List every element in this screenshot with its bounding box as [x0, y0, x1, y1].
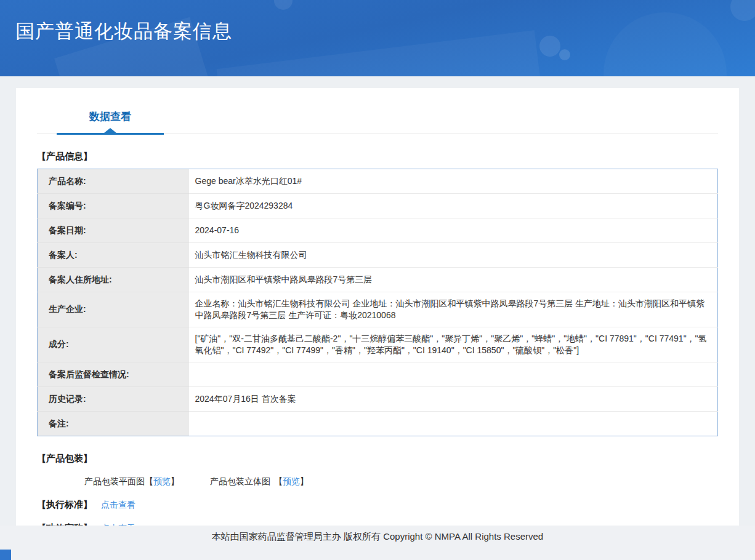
deco-circle-icon — [539, 36, 560, 57]
row-product-name: 产品名称: Gege bear冰萃水光口红01# — [38, 169, 718, 194]
row-value — [189, 412, 718, 436]
tab-strip: 数据查看 — [37, 102, 718, 134]
footer-text: 本站由国家药品监督管理局主办 版权所有 Copyright © NMPA All… — [212, 531, 543, 543]
row-value: Gege bear冰萃水光口红01# — [189, 169, 718, 194]
standards-title: 【执行标准】 — [37, 499, 92, 510]
row-manufacturer: 生产企业: 企业名称：汕头市铭汇生物科技有限公司 企业地址：汕头市潮阳区和平镇紫… — [38, 292, 718, 327]
row-label: 备案编号: — [38, 194, 189, 218]
tab-data-view[interactable]: 数据查看 — [57, 110, 164, 124]
row-value: 粤G妆网备字2024293284 — [189, 194, 718, 218]
deco-polygon — [217, 30, 547, 76]
page-footer: 本站由国家药品监督管理局主办 版权所有 Copyright © NMPA All… — [0, 526, 755, 560]
packaging-flat-label: 产品包装平面图 — [84, 476, 145, 486]
bracket-open: 【 — [145, 476, 153, 486]
bottom-left-blue-square — [0, 550, 11, 560]
product-info-table: 产品名称: Gege bear冰萃水光口红01# 备案编号: 粤G妆网备字202… — [37, 169, 718, 436]
page-title: 国产普通化妆品备案信息 — [15, 18, 232, 44]
row-value: 2024年07月16日 首次备案 — [189, 387, 718, 412]
row-label: 备案人住所地址: — [38, 268, 189, 292]
row-value — [189, 362, 718, 387]
bracket-open: 【 — [274, 476, 283, 486]
deco-circle-icon — [274, 0, 293, 10]
packaging-3d-item: 产品包装立体图【预览】 — [210, 476, 309, 487]
row-filing-number: 备案编号: 粤G妆网备字2024293284 — [38, 194, 718, 218]
tab-active-indicator — [57, 133, 164, 135]
bracket-close: 】 — [171, 476, 179, 486]
row-label: 生产企业: — [38, 292, 189, 327]
row-value: 企业名称：汕头市铭汇生物科技有限公司 企业地址：汕头市潮阳区和平镇紫中路凤皋路段… — [189, 292, 718, 327]
row-value: ["矿油"，"双-二甘油多酰基己二酸酯-2"，"十三烷醇偏苯三酸酯"，"聚异丁烯… — [189, 327, 718, 362]
row-value: 汕头市潮阳区和平镇紫中路凤皋路段7号第三层 — [189, 268, 718, 292]
standards-view-link[interactable]: 点击查看 — [101, 500, 135, 510]
row-label: 备案日期: — [38, 218, 189, 243]
packaging-section-title: 【产品包装】 — [37, 453, 718, 465]
row-filing-date: 备案日期: 2024-07-16 — [38, 218, 718, 243]
preview-link-3d[interactable]: 预览 — [283, 476, 300, 486]
row-label: 产品名称: — [38, 169, 189, 194]
content-card: 数据查看 【产品信息】 产品名称: Gege bear冰萃水光口红01# 备案编… — [16, 88, 739, 526]
row-value: 2024-07-16 — [189, 218, 718, 243]
row-value: 汕头市铭汇生物科技有限公司 — [189, 243, 718, 268]
row-label: 备案人: — [38, 243, 189, 268]
packaging-line: 产品包装平面图【预览】 产品包装立体图【预览】 — [37, 476, 718, 487]
packaging-flat-item: 产品包装平面图【预览】 — [84, 476, 179, 487]
row-history: 历史记录: 2024年07月16日 首次备案 — [38, 387, 718, 412]
preview-link-flat[interactable]: 预览 — [153, 476, 171, 486]
row-filer-address: 备案人住所地址: 汕头市潮阳区和平镇紫中路凤皋路段7号第三层 — [38, 268, 718, 292]
product-info-section-title: 【产品信息】 — [37, 151, 718, 162]
row-label: 历史记录: — [38, 387, 189, 412]
standards-line: 【执行标准】点击查看 — [37, 499, 718, 511]
row-label: 成分: — [38, 327, 189, 362]
page-header: 国产普通化妆品备案信息 — [0, 0, 755, 76]
row-ingredients: 成分: ["矿油"，"双-二甘油多酰基己二酸酯-2"，"十三烷醇偏苯三酸酯"，"… — [38, 327, 718, 362]
row-post-filing-inspection: 备案后监督检查情况: — [38, 362, 718, 387]
row-label: 备注: — [38, 412, 189, 436]
row-remarks: 备注: — [38, 412, 718, 436]
bracket-close: 】 — [300, 476, 309, 486]
deco-circle-icon — [730, 0, 755, 21]
packaging-3d-label: 产品包装立体图 — [210, 476, 270, 486]
deco-circle-icon — [604, 12, 727, 76]
row-filer: 备案人: 汕头市铭汇生物科技有限公司 — [38, 243, 718, 268]
row-label: 备案后监督检查情况: — [38, 362, 189, 387]
deco-circle-icon — [559, 49, 570, 60]
